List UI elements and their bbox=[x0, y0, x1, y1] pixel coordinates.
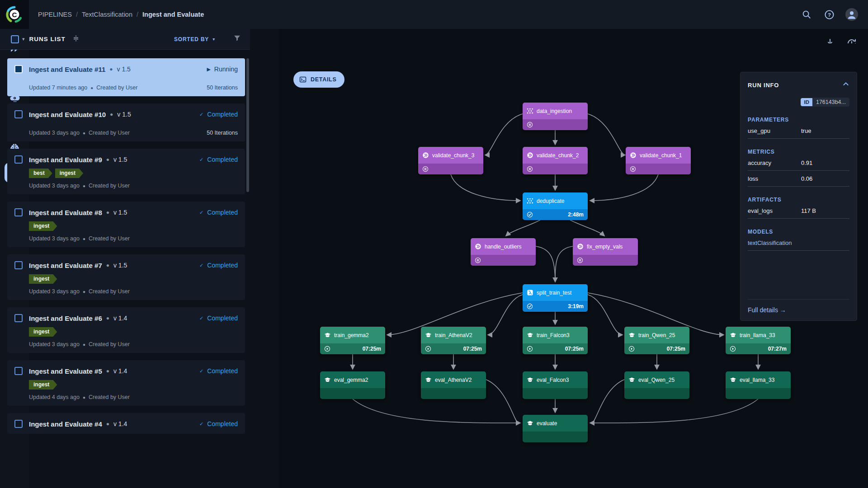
run-created-by: Created by User bbox=[89, 183, 130, 189]
artifacts-section-header: ARTIFACTS bbox=[748, 197, 849, 203]
run-tag[interactable]: ingest bbox=[29, 380, 57, 389]
dag-node-validate_chunk_2[interactable]: validate_chunk_2 bbox=[523, 147, 588, 174]
dag-node-eval_Falcon3[interactable]: eval_Falcon3 bbox=[523, 371, 588, 399]
filter-funnel-icon[interactable] bbox=[233, 34, 241, 44]
dag-node-train_Falcon3[interactable]: train_Falcon307:25m bbox=[523, 327, 588, 354]
run-row[interactable]: Ingest and Evaluate #8●v 1.5✓Completedin… bbox=[7, 202, 245, 247]
dag-node-fix_empty_vals[interactable]: fix_empty_vals bbox=[573, 238, 638, 266]
completed-check-icon: ✓ bbox=[199, 112, 203, 117]
sorted-by-dropdown[interactable]: SORTED BY ▾ bbox=[174, 36, 215, 42]
dag-node-train_Qwen_25[interactable]: train_Qwen_2507:25m bbox=[624, 327, 689, 354]
breadcrumb-item[interactable]: TextClassification bbox=[82, 11, 132, 18]
model-link[interactable]: textClassification bbox=[748, 235, 849, 251]
run-tag[interactable]: ingest bbox=[29, 221, 57, 231]
kv-key: accuracy bbox=[748, 160, 801, 166]
dag-node-validate_chunk_3[interactable]: validate_chunk_3 bbox=[418, 147, 483, 174]
run-row[interactable]: Ingest and Evaluate #7●v 1.5✓Completedin… bbox=[7, 254, 245, 300]
run-id-row[interactable]: ID 176143b4... bbox=[748, 98, 849, 107]
svg-text:C: C bbox=[12, 11, 17, 19]
breadcrumb-separator: / bbox=[137, 11, 138, 18]
expand-rows-icon[interactable] bbox=[72, 34, 80, 44]
run-row[interactable]: Ingest and Evaluate #4●v 1.4✓Completed bbox=[7, 413, 245, 434]
collapse-chevron-up-icon[interactable] bbox=[842, 80, 849, 89]
run-name: Ingest and Evaluate #8 bbox=[29, 209, 102, 216]
dag-edge-eval_gemma2-to-evaluate bbox=[353, 399, 520, 423]
completed-check-icon: ✓ bbox=[199, 368, 203, 374]
dag-node-train_gemma2[interactable]: train_gemma207:25m bbox=[320, 327, 385, 354]
run-checkbox[interactable] bbox=[14, 65, 23, 73]
dag-edge-deduplicate-to-fix_empty_vals bbox=[570, 220, 604, 236]
run-checkbox[interactable] bbox=[14, 420, 23, 428]
run-tag[interactable]: ingest bbox=[29, 327, 57, 337]
run-row[interactable]: Ingest and Evaluate #11●v 1.5▶RunningUpd… bbox=[7, 58, 245, 96]
dag-node-eval_AthenaV2[interactable]: eval_AthenaV2 bbox=[421, 371, 486, 399]
app-logo[interactable]: C bbox=[0, 0, 29, 29]
dataset-icon bbox=[527, 108, 533, 114]
dag-node-train_llama_33[interactable]: train_llama_3307:27m bbox=[726, 327, 791, 354]
dag-edge-validate_chunk_3-to-deduplicate bbox=[451, 174, 520, 201]
run-created-by: Created by User bbox=[89, 288, 130, 295]
run-updated: Updated 7 minutes ago bbox=[29, 84, 87, 91]
dag-node-eval_llama_33[interactable]: eval_llama_33 bbox=[726, 371, 791, 399]
search-icon[interactable] bbox=[800, 8, 813, 21]
play-status-icon bbox=[527, 346, 533, 352]
run-name: Ingest and Evaluate #9 bbox=[29, 156, 102, 164]
kv-value: 0.91 bbox=[801, 160, 812, 166]
models-section-header: MODELS bbox=[748, 229, 849, 235]
run-row[interactable]: Ingest and Evaluate #5●v 1.4✓Completedin… bbox=[7, 360, 245, 406]
run-tag[interactable]: ingest bbox=[55, 169, 83, 178]
run-checkbox[interactable] bbox=[14, 314, 23, 322]
run-info-title: RUN INFO bbox=[748, 82, 779, 89]
run-checkbox[interactable] bbox=[14, 261, 23, 269]
run-version: v 1.5 bbox=[113, 156, 127, 163]
model-icon bbox=[730, 376, 736, 383]
run-tag[interactable]: ingest bbox=[29, 274, 57, 284]
node-label: train_gemma2 bbox=[334, 332, 369, 338]
kv-key: use_gpu bbox=[748, 127, 801, 134]
dataset-icon bbox=[527, 197, 533, 204]
dag-edge-fix_empty_vals-to-split_train_test bbox=[555, 246, 573, 278]
dag-node-deduplicate[interactable]: deduplicate2:48m bbox=[523, 192, 588, 220]
run-checkbox[interactable] bbox=[14, 367, 23, 375]
run-updated: Updated 3 days ago bbox=[29, 341, 80, 347]
run-row[interactable]: Ingest and Evaluate #6●v 1.4✓Completedin… bbox=[7, 307, 245, 353]
breadcrumb-item[interactable]: PIPELINES bbox=[38, 11, 72, 18]
dag-node-eval_Qwen_25[interactable]: eval_Qwen_25 bbox=[624, 371, 689, 399]
dag-node-data_ingestion[interactable]: data_ingestion bbox=[523, 103, 588, 130]
dag-node-split_train_test[interactable]: split_train_test3:19m bbox=[523, 284, 588, 312]
run-status: ✓Completed bbox=[199, 262, 238, 269]
run-tag[interactable]: best bbox=[29, 169, 52, 178]
run-status: ▶Running bbox=[207, 66, 238, 73]
run-status: ✓Completed bbox=[199, 209, 238, 216]
run-row[interactable]: Ingest and Evaluate #9●v 1.5✓Completedbe… bbox=[7, 149, 245, 194]
dag-node-handle_outliers[interactable]: handle_outliers bbox=[471, 238, 536, 266]
model-icon bbox=[628, 376, 635, 383]
sorted-by-label: SORTED BY bbox=[174, 36, 209, 42]
run-created-by: Created by User bbox=[89, 130, 130, 136]
full-details-link[interactable]: Full details → bbox=[748, 306, 786, 314]
dag-node-eval_gemma2[interactable]: eval_gemma2 bbox=[320, 371, 385, 399]
details-button[interactable]: DETAILS bbox=[293, 71, 344, 88]
select-all-checkbox[interactable] bbox=[11, 35, 19, 43]
run-checkbox[interactable] bbox=[14, 110, 23, 118]
check-status-icon bbox=[527, 303, 533, 310]
user-avatar[interactable] bbox=[845, 8, 858, 21]
runs-list-scrollbar[interactable] bbox=[246, 58, 249, 192]
breadcrumb: PIPELINES/TextClassification/Ingest and … bbox=[38, 0, 204, 29]
select-menu-caret-icon[interactable]: ▾ bbox=[22, 36, 25, 42]
run-checkbox[interactable] bbox=[14, 155, 23, 164]
node-label: deduplicate bbox=[537, 198, 564, 204]
node-label: evaluate bbox=[537, 420, 557, 427]
dag-node-validate_chunk_1[interactable]: validate_chunk_1 bbox=[626, 147, 691, 174]
dag-node-train_AthenaV2[interactable]: train_AthenaV207:25m bbox=[421, 327, 486, 354]
running-icon: ▶ bbox=[207, 66, 210, 72]
list-status-icon bbox=[577, 257, 583, 263]
run-version: v 1.4 bbox=[113, 314, 127, 322]
dag-node-evaluate[interactable]: evaluate bbox=[523, 415, 588, 442]
run-checkbox[interactable] bbox=[14, 208, 23, 216]
run-row[interactable]: Ingest and Evaluate #10●v 1.5✓CompletedU… bbox=[7, 103, 245, 141]
help-icon[interactable]: ? bbox=[823, 8, 835, 21]
node-label: split_train_test bbox=[537, 290, 571, 296]
completed-check-icon: ✓ bbox=[199, 315, 203, 321]
top-bar: C PIPELINES/TextClassification/Ingest an… bbox=[0, 0, 868, 29]
